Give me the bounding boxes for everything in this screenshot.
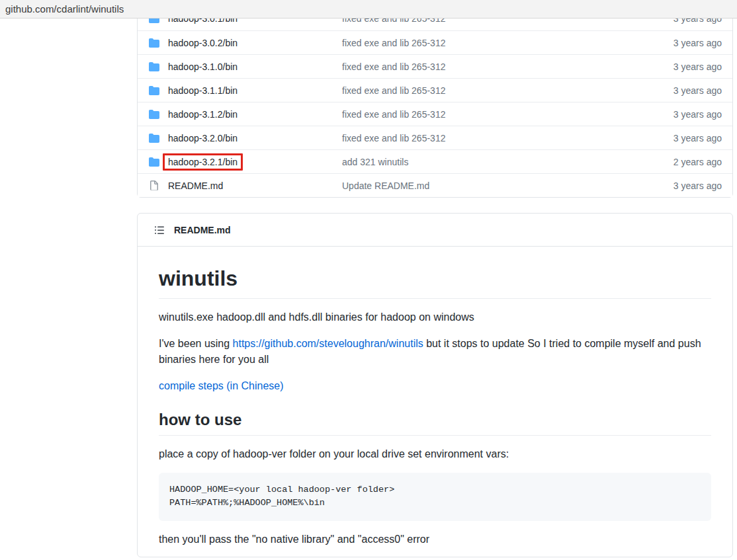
- table-row[interactable]: hadoop-3.2.0/bin fixed exe and lib 265-3…: [138, 126, 732, 149]
- commit-message-link[interactable]: fixed exe and lib 265-312: [342, 38, 445, 48]
- file-name-link[interactable]: hadoop-3.2.1/bin: [168, 153, 342, 171]
- table-row[interactable]: README.md Update README.md 3 years ago: [138, 173, 732, 197]
- list-unordered-icon: [154, 225, 165, 235]
- readme-card: README.md winutils winutils.exe hadoop.d…: [137, 213, 733, 557]
- file-icon: [149, 180, 159, 191]
- readme-header-title: README.md: [174, 225, 231, 235]
- file-name-link[interactable]: hadoop-3.2.0/bin: [168, 133, 342, 143]
- file-table: hadoop-3.0.1/bin fixed exe and lib 265-3…: [137, 6, 733, 198]
- file-name-text: hadoop-3.2.0/bin: [168, 133, 238, 143]
- folder-icon: [149, 85, 159, 96]
- readme-title: winutils: [159, 265, 711, 299]
- commit-age: 3 years ago: [673, 133, 732, 143]
- browser-url-bar[interactable]: github.com/cdarlint/winutils: [0, 0, 737, 19]
- file-name-link[interactable]: hadoop-3.1.0/bin: [168, 61, 342, 72]
- commit-message-link[interactable]: fixed exe and lib 265-312: [342, 85, 445, 96]
- env-vars-code-block: HADOOP_HOME=<your local hadoop-ver folde…: [159, 473, 711, 521]
- commit-message-link[interactable]: fixed exe and lib 265-312: [342, 61, 445, 72]
- file-name-text: hadoop-3.0.2/bin: [168, 38, 238, 48]
- file-name-text: hadoop-3.1.0/bin: [168, 61, 238, 72]
- file-name-link[interactable]: hadoop-3.1.1/bin: [168, 85, 342, 96]
- commit-age: 3 years ago: [673, 85, 732, 96]
- browser-url-text: github.com/cdarlint/winutils: [5, 3, 124, 15]
- file-name-text: hadoop-3.2.1/bin: [163, 153, 243, 171]
- commit-age: 3 years ago: [673, 180, 732, 191]
- footer-note-text: then you'll pass the "no native library"…: [159, 532, 711, 547]
- readme-paragraph: I've been using https://github.com/steve…: [159, 336, 711, 368]
- how-to-use-heading: how to use: [159, 410, 711, 436]
- table-row[interactable]: hadoop-3.1.0/bin fixed exe and lib 265-3…: [138, 54, 732, 78]
- compile-steps-link[interactable]: compile steps (in Chinese): [159, 380, 284, 391]
- readme-header: README.md: [138, 214, 732, 247]
- file-name-link[interactable]: hadoop-3.0.2/bin: [168, 38, 342, 48]
- paragraph-text: I've been using: [159, 338, 233, 349]
- file-name-text: README.md: [168, 180, 223, 191]
- readme-description: winutils.exe hadoop.dll and hdfs.dll bin…: [159, 309, 711, 325]
- folder-icon: [149, 61, 159, 72]
- file-name-link[interactable]: README.md: [168, 180, 342, 191]
- commit-age: 3 years ago: [673, 61, 732, 72]
- commit-message-link[interactable]: Update README.md: [342, 180, 429, 191]
- folder-icon: [149, 133, 159, 143]
- steveloughran-winutils-link[interactable]: https://github.com/steveloughran/winutil…: [233, 338, 423, 349]
- table-row[interactable]: hadoop-3.0.2/bin fixed exe and lib 265-3…: [138, 30, 732, 54]
- readme-content: winutils winutils.exe hadoop.dll and hdf…: [138, 247, 732, 547]
- commit-message-link[interactable]: fixed exe and lib 265-312: [342, 133, 445, 143]
- file-name-text: hadoop-3.1.2/bin: [168, 109, 238, 120]
- folder-icon: [149, 109, 159, 120]
- commit-message-link[interactable]: fixed exe and lib 265-312: [342, 109, 445, 120]
- commit-message-link[interactable]: add 321 winutils: [342, 157, 408, 167]
- commit-age: 3 years ago: [673, 38, 732, 48]
- commit-age: 3 years ago: [673, 109, 732, 120]
- folder-icon: [149, 38, 159, 48]
- commit-age: 2 years ago: [673, 157, 732, 167]
- table-row[interactable]: hadoop-3.2.1/bin add 321 winutils 2 year…: [138, 149, 732, 173]
- usage-instruction-text: place a copy of hadoop-ver folder on you…: [159, 446, 711, 462]
- table-row[interactable]: hadoop-3.1.1/bin fixed exe and lib 265-3…: [138, 78, 732, 102]
- table-row[interactable]: hadoop-3.1.2/bin fixed exe and lib 265-3…: [138, 102, 732, 126]
- file-name-link[interactable]: hadoop-3.1.2/bin: [168, 109, 342, 120]
- folder-icon: [149, 157, 159, 167]
- file-name-text: hadoop-3.1.1/bin: [168, 85, 238, 96]
